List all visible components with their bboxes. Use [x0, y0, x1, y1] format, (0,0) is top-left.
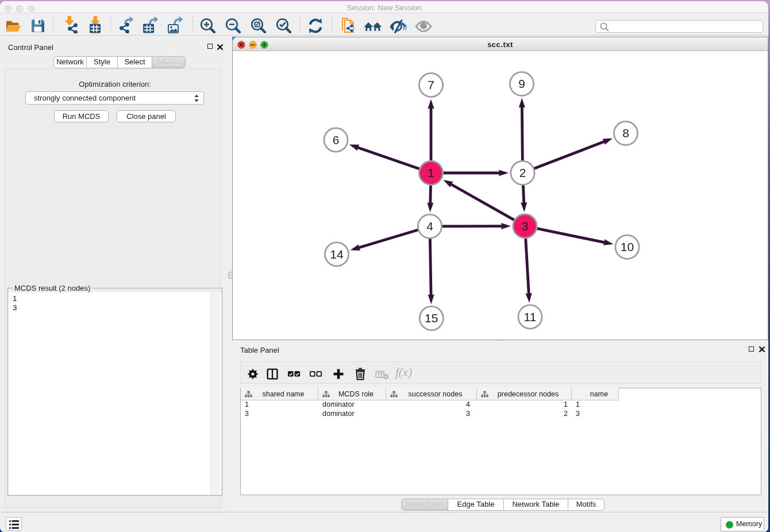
- svg-text:9: 9: [518, 77, 525, 90]
- svg-text:2: 2: [519, 166, 526, 179]
- svg-text:10: 10: [621, 240, 634, 253]
- svg-text:1: 1: [428, 166, 434, 179]
- svg-text:8: 8: [622, 126, 629, 140]
- svg-text:6: 6: [333, 133, 340, 147]
- svg-text:11: 11: [524, 310, 537, 323]
- svg-text:3: 3: [522, 219, 529, 233]
- svg-text:14: 14: [330, 248, 344, 261]
- svg-text:7: 7: [428, 78, 434, 91]
- svg-text:15: 15: [425, 311, 438, 325]
- svg-text:4: 4: [426, 219, 433, 233]
